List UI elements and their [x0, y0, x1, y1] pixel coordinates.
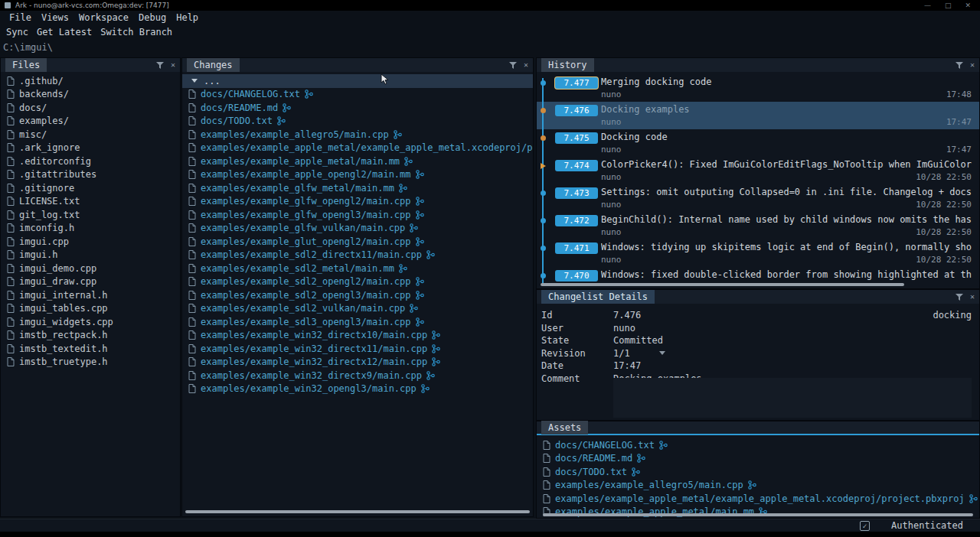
toolbar-button[interactable]: Switch Branch [100, 27, 172, 37]
changed-file-row[interactable]: examples/example_allegro5/main.cpp [182, 128, 533, 142]
asset-row[interactable]: docs/CHANGELOG.txt [537, 438, 979, 452]
changed-file-row[interactable]: examples/example_apple_metal/example_app… [182, 142, 533, 155]
commit-revision-badge: 7.476 [555, 105, 598, 116]
file-row[interactable]: backends/ [1, 88, 180, 102]
commit-author: nuno [601, 116, 622, 128]
asset-row[interactable]: examples/example_allegro5/main.cpp [537, 479, 979, 493]
close-panel-icon[interactable]: ✕ [524, 61, 528, 69]
filter-icon[interactable] [509, 62, 517, 69]
changed-file-row[interactable]: examples/example_win32_directx12/main.cp… [182, 356, 533, 369]
menu-item[interactable]: Debug [137, 12, 168, 23]
close-panel-icon[interactable]: ✕ [171, 61, 175, 69]
file-row[interactable]: imgui_widgets.cpp [1, 315, 180, 329]
file-row[interactable]: imconfig.h [1, 222, 180, 236]
horizontal-scrollbar[interactable] [185, 510, 530, 513]
filter-icon[interactable] [956, 62, 963, 69]
file-row[interactable]: LICENSE.txt [1, 195, 180, 209]
file-row[interactable]: imstb_rectpack.h [1, 329, 180, 343]
file-row[interactable]: docs/ [1, 101, 180, 115]
filter-icon[interactable] [156, 62, 164, 69]
changed-file-row[interactable]: examples/example_glut_opengl2/main.cpp [182, 235, 533, 249]
commit-title: Windows: tidying up skipitems logic at e… [601, 241, 973, 254]
title-bar: Ark - nuno@ark-vcs.com:Omega:dev: [7477]… [0, 0, 980, 11]
file-row[interactable]: .github/ [1, 74, 180, 88]
horizontal-scrollbar[interactable] [543, 513, 973, 516]
changed-file-row[interactable]: examples/example_glfw_opengl2/main.cpp [182, 195, 533, 209]
commit-row[interactable]: 7.473 Settings: omit outputing Collapsed… [537, 184, 979, 212]
changed-file-name: examples/example_sdl2_metal/main.mm [201, 263, 394, 274]
toolbar-button[interactable]: Get Latest [37, 27, 92, 37]
changed-file-row[interactable]: examples/example_sdl2_metal/main.mm [182, 262, 533, 275]
commit-row[interactable]: 7.477 Merging docking code nuno 17:48 [537, 74, 979, 102]
commit-row[interactable]: 7.472 BeginChild(): Internal name used b… [537, 212, 979, 239]
commit-row[interactable]: 7.471 Windows: tidying up skipitems logi… [537, 239, 979, 267]
file-row[interactable]: .gitattributes [1, 168, 180, 182]
file-row[interactable]: imgui.h [1, 249, 180, 262]
changed-file-row[interactable]: examples/example_sdl2_directx11/main.cpp [182, 249, 533, 262]
file-row[interactable]: imgui.cpp [1, 235, 180, 249]
commit-row[interactable]: 7.474 ColorPicker4(): Fixed ImGuiColorEd… [537, 157, 979, 184]
commit-row[interactable]: 7.475 Docking code nuno 17:47 [537, 129, 979, 157]
commit-row[interactable]: 7.476 Docking examples nuno 17:47 [537, 102, 979, 129]
asset-row[interactable]: examples/example_apple_metal/main.mm [537, 506, 979, 519]
changed-file-row[interactable]: examples/example_apple_opengl2/main.mm [182, 168, 533, 182]
commit-revision-badge: 7.473 [555, 187, 598, 199]
file-row[interactable]: imstb_truetype.h [1, 356, 180, 369]
branch-icon [748, 480, 756, 490]
revision-dropdown[interactable]: 1/1 [613, 347, 665, 360]
changed-file-row[interactable]: examples/example_win32_directx11/main.cp… [182, 342, 533, 356]
changed-file-row[interactable]: examples/example_apple_metal/main.mm [182, 155, 533, 168]
changed-file-row[interactable]: examples/example_glfw_opengl3/main.cpp [182, 208, 533, 222]
file-row[interactable]: imstb_textedit.h [1, 342, 180, 356]
details-panel-header: Changelist Details ✕ [537, 290, 979, 304]
file-row[interactable]: imgui_demo.cpp [1, 262, 180, 275]
asset-row[interactable]: examples/example_apple_metal/example_app… [537, 492, 979, 506]
changed-file-row[interactable]: examples/example_win32_directx9/main.cpp [182, 369, 533, 382]
file-row[interactable]: .ark_ignore [1, 142, 180, 155]
close-panel-icon[interactable]: ✕ [970, 61, 975, 69]
changed-file-row[interactable]: examples/example_win32_opengl3/main.cpp [182, 382, 533, 396]
comment-box[interactable] [613, 378, 972, 418]
file-row[interactable]: imgui_draw.cpp [1, 275, 180, 289]
file-row[interactable]: git_log.txt [1, 208, 180, 222]
changed-file-row[interactable]: examples/example_glfw_metal/main.mm [182, 181, 533, 195]
changed-file-row[interactable]: examples/example_sdl2_opengl3/main.cpp [182, 288, 533, 302]
changed-file-row[interactable]: examples/example_sdl2_vulkan/main.cpp [182, 302, 533, 316]
changed-file-row[interactable]: docs/CHANGELOG.txt [182, 88, 533, 102]
changes-root-row[interactable]: ... [182, 74, 533, 88]
file-row[interactable]: .gitignore [1, 181, 180, 195]
file-row[interactable]: .editorconfig [1, 155, 180, 168]
file-row[interactable]: imgui_tables.cpp [1, 302, 180, 316]
changed-file-row[interactable]: examples/example_win32_directx10/main.cp… [182, 329, 533, 343]
minimize-button[interactable]: — [924, 2, 931, 9]
file-row[interactable]: imgui_internal.h [1, 288, 180, 302]
asset-row[interactable]: docs/TODO.txt [537, 465, 979, 479]
changed-file-row[interactable]: docs/TODO.txt [182, 115, 533, 129]
menu-item[interactable]: Views [40, 12, 70, 23]
close-panel-icon[interactable]: ✕ [970, 293, 975, 301]
file-row[interactable]: misc/ [1, 128, 180, 142]
document-icon [188, 317, 196, 327]
filter-icon[interactable] [956, 294, 963, 301]
expander-icon[interactable] [191, 79, 198, 83]
horizontal-scrollbar[interactable] [541, 283, 904, 286]
menu-item[interactable]: File [8, 12, 33, 23]
menu-item[interactable]: Help [175, 12, 200, 23]
user-value: nuno [613, 322, 635, 335]
document-icon [7, 184, 15, 193]
commit-author: nuno [601, 144, 622, 155]
file-name: imgui_internal.h [19, 290, 108, 301]
changed-file-row[interactable]: examples/example_sdl3_opengl3/main.cpp [182, 315, 533, 329]
file-row[interactable]: examples/ [1, 115, 180, 129]
changed-file-row[interactable]: examples/example_glfw_vulkan/main.cpp [182, 222, 533, 236]
changed-file-row[interactable]: examples/example_sdl2_opengl2/main.cpp [182, 275, 533, 289]
asset-row[interactable]: docs/README.md [537, 452, 979, 466]
close-button[interactable]: ✕ [965, 2, 971, 9]
menu-item[interactable]: Workspace [77, 12, 130, 23]
details-panel-title: Changelist Details [541, 290, 655, 304]
changed-file-row[interactable]: docs/README.md [182, 101, 533, 115]
changed-file-name: examples/example_glut_opengl2/main.cpp [201, 236, 411, 247]
workspace-path: C:\imgui\ [3, 42, 53, 53]
toolbar-button[interactable]: Sync [6, 27, 28, 37]
maximize-button[interactable]: □ [945, 2, 952, 9]
